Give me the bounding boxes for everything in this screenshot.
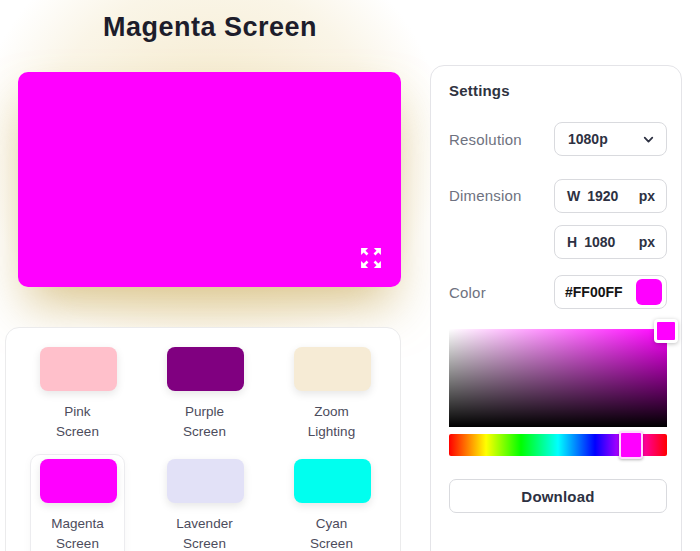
hex-color-value: #FF00FF	[565, 284, 623, 300]
preset-screens-card: Pink Screen Purple Screen Zoom Lighting	[5, 327, 401, 551]
preset-purple-screen[interactable]: Purple Screen	[157, 342, 252, 454]
resolution-row: Resolution 1080p	[449, 122, 667, 156]
download-button[interactable]: Download	[449, 479, 667, 513]
resolution-value: 1080p	[568, 131, 608, 147]
preset-label: Zoom Lighting	[294, 402, 369, 441]
color-chip[interactable]	[636, 279, 662, 305]
dimension-inputs: W 1920 px H 1080 px	[554, 179, 667, 259]
color-row: Color #FF00FF	[449, 275, 667, 309]
preset-label: Purple Screen	[167, 402, 242, 441]
page-title: Magenta Screen	[0, 12, 420, 43]
page: Magenta Screen Pink Screen	[0, 0, 700, 551]
hue-slider[interactable]	[449, 434, 667, 456]
resolution-label: Resolution	[449, 131, 522, 148]
preset-swatch	[167, 459, 244, 503]
height-value: 1080	[584, 234, 615, 250]
preset-swatch	[167, 347, 244, 391]
preset-grid: Pink Screen Purple Screen Zoom Lighting	[14, 342, 393, 551]
expand-arrows-icon	[357, 244, 385, 272]
settings-heading: Settings	[449, 82, 667, 99]
color-preview[interactable]	[18, 72, 401, 287]
width-value: 1920	[587, 188, 618, 204]
settings-panel: Settings Resolution 1080p Dimension W 19…	[430, 65, 682, 551]
saturation-gradient[interactable]	[449, 329, 667, 427]
preset-label: Pink Screen	[40, 402, 115, 441]
dimension-label: Dimension	[449, 179, 522, 259]
preset-cyan-screen[interactable]: Cyan Screen	[284, 454, 379, 551]
preset-swatch	[40, 459, 117, 503]
color-label: Color	[449, 284, 486, 301]
preset-label: Lavender Screen	[167, 514, 242, 551]
height-unit: px	[639, 234, 655, 250]
width-input[interactable]: W 1920 px	[554, 179, 667, 213]
width-unit: px	[639, 188, 655, 204]
preset-label: Magenta Screen	[40, 514, 115, 551]
width-prefix: W	[567, 188, 580, 204]
dimension-row: Dimension W 1920 px H 1080 px	[449, 179, 667, 259]
preset-swatch	[294, 459, 371, 503]
preset-swatch	[294, 347, 371, 391]
preset-zoom-lighting[interactable]: Zoom Lighting	[284, 342, 379, 454]
chevron-down-icon	[642, 133, 655, 146]
resolution-select[interactable]: 1080p	[554, 122, 667, 156]
preset-label: Cyan Screen	[294, 514, 369, 551]
preset-magenta-screen[interactable]: Magenta Screen	[30, 454, 125, 551]
preset-pink-screen[interactable]: Pink Screen	[30, 342, 125, 454]
fullscreen-button[interactable]	[355, 242, 387, 274]
height-prefix: H	[567, 234, 577, 250]
preset-lavender-screen[interactable]: Lavender Screen	[157, 454, 252, 551]
hex-color-input[interactable]: #FF00FF	[554, 275, 667, 309]
height-input[interactable]: H 1080 px	[554, 225, 667, 259]
preset-swatch	[40, 347, 117, 391]
saturation-handle[interactable]	[654, 319, 678, 343]
hue-handle[interactable]	[619, 431, 643, 459]
saturation-picker[interactable]	[449, 329, 667, 427]
